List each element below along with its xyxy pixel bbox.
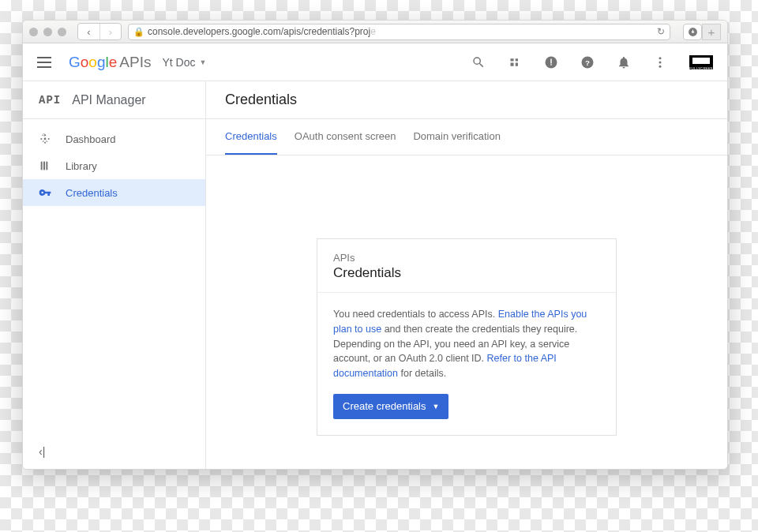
sidebar-title: API API Manager: [23, 81, 205, 119]
sidebar-item-dashboard[interactable]: Dashboard: [23, 126, 205, 152]
svg-text:?: ?: [585, 58, 590, 66]
sidebar-item-label: Library: [66, 160, 97, 172]
more-icon[interactable]: [653, 55, 667, 69]
dashboard-icon: [39, 133, 51, 145]
svg-point-15: [44, 142, 46, 144]
svg-rect-18: [46, 162, 47, 170]
sidebar-item-label: Credentials: [66, 187, 118, 199]
browser-window: ‹ › 🔒 console.developers.google.com /api…: [22, 20, 728, 470]
search-icon[interactable]: [471, 55, 486, 69]
key-icon: [39, 186, 51, 199]
tab-credentials[interactable]: Credentials: [225, 119, 277, 155]
zoom-window-icon[interactable]: [58, 28, 66, 36]
header-icons: ?: [471, 55, 713, 69]
back-button[interactable]: ‹: [78, 24, 99, 39]
project-selector[interactable]: Yt Doc ▼: [162, 56, 206, 69]
traffic-lights: [29, 28, 66, 36]
sidebar-item-credentials[interactable]: Credentials: [23, 179, 205, 206]
caret-down-icon: ▼: [433, 403, 440, 410]
svg-point-12: [40, 138, 42, 140]
nav-buttons: ‹ ›: [77, 23, 122, 40]
svg-rect-4: [550, 58, 552, 63]
alert-icon[interactable]: [544, 55, 558, 69]
address-bar[interactable]: 🔒 console.developers.google.com /apis/cr…: [128, 24, 670, 40]
sidebar-item-label: Dashboard: [66, 133, 116, 145]
sidebar-list: Dashboard Library Credentials: [23, 119, 205, 206]
url-path: /apis/credentials?proj: [281, 26, 370, 37]
bell-icon[interactable]: [617, 55, 631, 69]
tab-domain-verification[interactable]: Domain verification: [413, 119, 501, 155]
titlebar: ‹ › 🔒 console.developers.google.com /api…: [23, 21, 727, 43]
svg-point-11: [44, 138, 47, 140]
main-panel: Credentials Credentials OAuth consent sc…: [206, 81, 727, 469]
create-credentials-button[interactable]: Create credentials ▼: [333, 394, 448, 419]
app-header: Google APIs Yt Doc ▼ ?: [23, 43, 727, 81]
logo-suffix: APIs: [119, 54, 151, 71]
credentials-card: APIs Credentials You need credentials to…: [317, 238, 617, 436]
forward-button[interactable]: ›: [99, 24, 121, 39]
minimize-window-icon[interactable]: [43, 28, 52, 36]
gift-icon[interactable]: [508, 55, 522, 69]
card-title: Credentials: [333, 265, 600, 281]
svg-rect-17: [43, 162, 45, 170]
svg-rect-16: [41, 162, 43, 170]
library-icon: [39, 159, 51, 172]
svg-point-8: [659, 57, 662, 59]
svg-point-13: [48, 138, 50, 140]
page-title: Credentials: [225, 92, 297, 108]
app-body: API API Manager Dashboard Library Creden…: [23, 81, 727, 469]
url-host: console.developers.google.com: [148, 26, 281, 37]
content-area: APIs Credentials You need credentials to…: [206, 155, 727, 469]
card-subtitle: APIs: [333, 252, 600, 264]
new-tab-button[interactable]: +: [702, 24, 721, 40]
reload-icon[interactable]: ↻: [657, 26, 665, 37]
card-header: APIs Credentials: [317, 239, 616, 293]
create-credentials-label: Create credentials: [343, 400, 426, 412]
menu-icon[interactable]: [37, 57, 51, 68]
svg-rect-2: [514, 57, 516, 68]
lock-icon: 🔒: [133, 27, 144, 37]
card-body: You need credentials to access APIs. Ena…: [317, 293, 616, 435]
card-text-a: You need credentials to access APIs.: [333, 309, 498, 320]
help-icon[interactable]: ?: [580, 55, 595, 69]
url-fade: e: [370, 26, 376, 37]
close-window-icon[interactable]: [29, 28, 38, 36]
download-button[interactable]: [683, 24, 702, 40]
caret-down-icon: ▼: [199, 58, 206, 66]
tab-oauth-consent[interactable]: OAuth consent screen: [295, 119, 396, 155]
svg-point-10: [659, 65, 662, 67]
sidebar: API API Manager Dashboard Library Creden…: [23, 81, 206, 469]
sidebar-item-library[interactable]: Library: [23, 152, 205, 179]
tabs: Credentials OAuth consent screen Domain …: [206, 119, 727, 155]
google-apis-logo: Google APIs: [69, 54, 151, 71]
project-name: Yt Doc: [162, 56, 195, 69]
sidebar-title-text: API Manager: [72, 93, 145, 107]
svg-point-14: [44, 134, 46, 136]
svg-point-9: [659, 61, 662, 63]
api-icon: API: [39, 94, 61, 107]
card-text-c: for details.: [398, 368, 446, 379]
collapse-sidebar-button[interactable]: ‹|: [39, 445, 45, 458]
main-header: Credentials: [206, 81, 727, 119]
svg-rect-5: [550, 64, 552, 66]
fullscreen-icon[interactable]: [689, 55, 713, 69]
